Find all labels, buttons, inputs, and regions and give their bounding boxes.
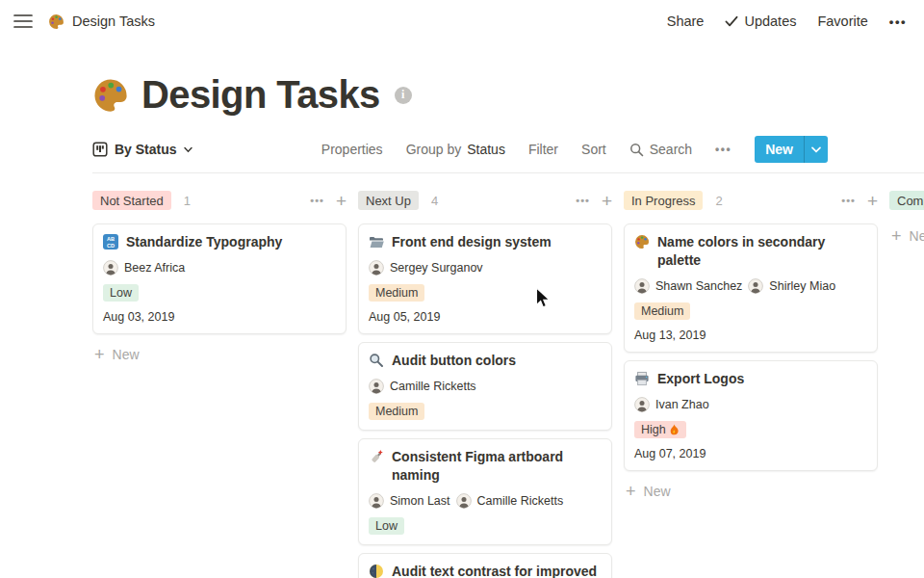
assignee-name: Camille Ricketts [390, 380, 476, 393]
column-completed: Completed ••• + + New [889, 189, 924, 578]
search-icon [629, 143, 644, 157]
hamburger-menu-icon[interactable] [13, 13, 33, 29]
sort-button[interactable]: Sort [581, 142, 606, 157]
column-count: 4 [431, 194, 438, 208]
task-card[interactable]: ABCD Standardize Typography Beez Africa … [92, 223, 346, 334]
task-card[interactable]: Consistent Figma artboard naming Simon L… [358, 438, 612, 545]
new-button[interactable]: New [755, 136, 828, 163]
task-card[interactable]: Audit text contrast for improved accessi… [358, 553, 612, 578]
palette-icon [634, 234, 650, 270]
assignee[interactable]: Camille Ricketts [456, 493, 564, 509]
task-card[interactable]: Name colors in secondary palette Shawn S… [624, 223, 878, 353]
info-icon[interactable]: i [395, 87, 412, 104]
palette-icon [48, 13, 64, 30]
priority-badge: Low [103, 284, 139, 302]
card-title: Consistent Figma artboard naming [392, 448, 602, 485]
fire-icon [669, 424, 680, 436]
due-date: Aug 13, 2019 [634, 328, 867, 342]
column-add-icon[interactable]: + [336, 192, 346, 210]
top-bar: Design Tasks Share Updates Favorite ••• [0, 0, 924, 42]
priority-badge: Low [369, 517, 404, 535]
due-date: Aug 07, 2019 [634, 447, 867, 460]
view-toolbar: By Status Properties Group by Status Fil… [92, 136, 924, 173]
properties-button[interactable]: Properties [321, 142, 383, 157]
add-card-label: New [644, 484, 671, 499]
half-moon-icon [369, 564, 384, 578]
column-count: 1 [184, 194, 191, 208]
avatar [634, 278, 650, 294]
page-header: Design Tasks i [92, 73, 924, 117]
search-button[interactable]: Search [629, 142, 692, 157]
more-options-icon[interactable]: ••• [889, 14, 907, 29]
group-by-button[interactable]: Group by Status [406, 142, 505, 157]
favorite-button[interactable]: Favorite [817, 13, 867, 29]
column-add-icon[interactable]: + [867, 192, 878, 210]
folder-icon [369, 234, 384, 251]
avatar [456, 493, 472, 509]
add-card-label: New [113, 347, 140, 362]
assignee[interactable]: Ivan Zhao [634, 397, 709, 412]
plus-icon: + [94, 346, 105, 363]
assignee-name: Sergey Surganov [390, 261, 483, 275]
filter-button[interactable]: Filter [528, 142, 558, 157]
chevron-down-icon[interactable] [805, 136, 828, 163]
status-badge[interactable]: Next Up [358, 191, 419, 210]
add-card-button[interactable]: + New [889, 223, 924, 249]
column-more-icon[interactable]: ••• [841, 195, 856, 206]
assignee-name: Simon Last [390, 494, 450, 508]
task-card[interactable]: Front end design system Sergey Surganov … [358, 223, 612, 334]
assignee[interactable]: Simon Last [369, 493, 450, 509]
column-add-icon[interactable]: + [602, 192, 612, 210]
assignee[interactable]: Shawn Sanchez [634, 278, 742, 294]
priority-label: High [641, 423, 666, 436]
view-switcher[interactable]: By Status [92, 142, 192, 157]
card-title: Audit button colors [392, 352, 516, 370]
svg-text:AB: AB [107, 236, 115, 242]
updates-button[interactable]: Updates [725, 13, 796, 29]
add-card-button[interactable]: + New [624, 479, 878, 504]
assignee[interactable]: Sergey Surganov [369, 260, 483, 276]
column-more-icon[interactable]: ••• [310, 195, 324, 206]
assignee-name: Beez Africa [124, 261, 185, 275]
priority-badge: Medium [369, 403, 424, 420]
card-title: Audit text contrast for improved accessi… [392, 563, 602, 578]
task-card[interactable]: Audit button colors Camille Ricketts Med… [358, 342, 612, 431]
task-card[interactable]: Export Logos Ivan Zhao High Aug 07, 2019 [624, 360, 878, 471]
share-button[interactable]: Share [667, 13, 705, 29]
column-more-icon[interactable]: ••• [576, 195, 590, 206]
add-card-button[interactable]: + New [92, 342, 346, 367]
palette-icon[interactable] [92, 77, 129, 114]
kanban-board: Not Started 1 ••• + ABCD Standardize Typ… [92, 189, 924, 578]
group-by-label: Group by [406, 142, 462, 157]
assignee-name: Shirley Miao [769, 279, 835, 293]
page-title: Design Tasks [141, 73, 380, 117]
view-more-icon[interactable]: ••• [715, 143, 732, 156]
check-icon [725, 15, 738, 27]
input-letters-icon: ABCD [103, 234, 118, 251]
status-badge[interactable]: Completed [889, 191, 924, 210]
svg-text:CD: CD [107, 243, 115, 249]
status-badge[interactable]: Not Started [92, 191, 171, 210]
new-button-label: New [755, 136, 804, 163]
search-label: Search [650, 142, 692, 157]
priority-badge: High [634, 421, 686, 438]
assignee-name: Ivan Zhao [655, 398, 709, 411]
avatar [634, 397, 650, 412]
status-badge[interactable]: In Progress [624, 191, 703, 210]
avatar [369, 260, 384, 276]
breadcrumb-page[interactable]: Design Tasks [48, 13, 155, 30]
assignee[interactable]: Shirley Miao [748, 278, 835, 294]
plus-icon: + [626, 483, 636, 500]
priority-badge: Medium [634, 302, 690, 320]
view-name: By Status [115, 142, 177, 157]
assignee[interactable]: Camille Ricketts [369, 379, 476, 394]
avatar [369, 493, 384, 509]
column-in-progress: In Progress 2 ••• + Name colors in secon… [624, 189, 878, 578]
due-date: Aug 03, 2019 [103, 310, 336, 324]
updates-label: Updates [744, 13, 796, 29]
due-date: Aug 05, 2019 [369, 310, 602, 324]
column-next-up: Next Up 4 ••• + Front end design system … [358, 189, 612, 578]
card-title: Export Logos [657, 370, 744, 388]
column-count: 2 [715, 194, 722, 208]
assignee[interactable]: Beez Africa [103, 260, 185, 276]
